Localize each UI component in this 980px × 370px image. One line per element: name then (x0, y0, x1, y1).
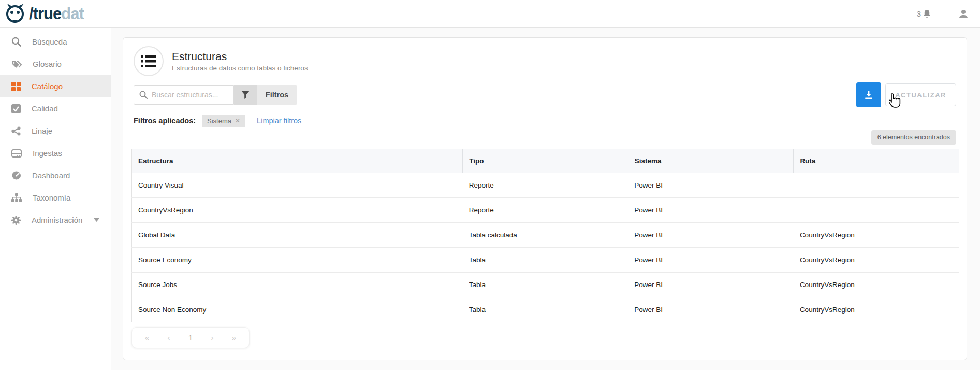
sidebar: Búsqueda Glosario Catálogo (0, 28, 111, 370)
filter-chip-sistema[interactable]: Sistema ✕ (202, 115, 245, 127)
table-cell-estructura: Source Non Economy (132, 297, 463, 322)
list-icon (134, 46, 164, 76)
sidebar-item-taxonomia[interactable]: Taxonomía (0, 187, 111, 209)
table-cell-sistema: Power BI (628, 248, 794, 273)
download-button[interactable] (856, 82, 881, 107)
column-header-sistema[interactable]: Sistema (628, 149, 794, 173)
update-button[interactable]: ACTUALIZAR (885, 83, 956, 106)
top-bar: /truedat 3 (0, 0, 980, 28)
main-area: Estructuras Estructuras de datos como ta… (111, 28, 980, 370)
sidebar-item-linaje[interactable]: Linaje (0, 120, 111, 142)
truedat-logo[interactable]: /truedat (5, 3, 84, 25)
sidebar-item-administracion[interactable]: Administración (0, 209, 111, 231)
close-icon[interactable]: ✕ (235, 117, 240, 124)
column-header-tipo[interactable]: Tipo (463, 149, 628, 173)
table-body: Country VisualReportePower BICountryVsRe… (132, 173, 959, 322)
search-icon (11, 37, 21, 47)
column-header-ruta[interactable]: Ruta (794, 149, 959, 173)
table-cell-tipo: Tabla (463, 273, 628, 297)
table-cell-estructura: Country Visual (132, 173, 463, 198)
pagination-current-page[interactable]: 1 (180, 333, 201, 342)
sidebar-item-label: Linaje (32, 126, 52, 135)
filters-button[interactable]: Filtros (257, 85, 297, 105)
sidebar-item-label: Taxonomía (33, 193, 70, 202)
brand-secondary: dat (61, 5, 84, 23)
filter-chip-label: Sistema (207, 117, 231, 125)
sidebar-item-label: Búsqueda (32, 37, 67, 46)
pagination-last-button[interactable]: » (223, 333, 245, 342)
topbar-right: 3 (917, 9, 969, 19)
results-count-badge: 6 elementos encontrados (871, 130, 956, 145)
sidebar-item-label: Dashboard (32, 171, 70, 180)
gauge-icon (11, 171, 21, 180)
table-row[interactable]: Source EconomyTablaPower BICountryVsRegi… (132, 248, 959, 273)
notification-count: 3 (917, 9, 921, 18)
share-icon (11, 126, 21, 136)
sidebar-item-label: Catálogo (32, 82, 63, 91)
sidebar-item-ingestas[interactable]: Ingestas (0, 142, 111, 164)
table-cell-tipo: Reporte (463, 198, 628, 223)
table-cell-estructura: Source Jobs (132, 273, 463, 297)
table-cell-tipo: Tabla (463, 297, 628, 322)
notifications-button[interactable]: 3 (917, 9, 931, 19)
gear-icon (11, 216, 21, 225)
title-texts: Estructuras Estructuras de datos como ta… (172, 50, 308, 72)
table-cell-sistema: Power BI (628, 223, 794, 248)
table-cell-tipo: Tabla calculada (463, 223, 628, 248)
sidebar-item-busqueda[interactable]: Búsqueda (0, 31, 111, 53)
tags-icon (11, 60, 22, 69)
pagination-prev-button[interactable]: ‹ (158, 333, 180, 342)
table-cell-tipo: Tabla (463, 248, 628, 273)
user-menu-button[interactable] (958, 9, 969, 19)
filter-funnel-icon[interactable] (234, 85, 257, 105)
applied-filters-label: Filtros aplicados: (134, 117, 196, 125)
table-cell-ruta: CountryVsRegion (794, 223, 959, 248)
brand-wordmark: /truedat (29, 6, 84, 22)
brand-slash: / (29, 5, 33, 23)
applied-filters-row: Filtros aplicados: Sistema ✕ Limpiar fil… (134, 113, 956, 128)
sidebar-item-catalogo[interactable]: Catálogo (0, 75, 111, 97)
table-cell-estructura: CountryVsRegion (132, 198, 463, 223)
estructuras-card: Estructuras Estructuras de datos como ta… (123, 37, 967, 360)
chevron-down-icon (94, 218, 99, 222)
sidebar-item-label: Administración (32, 216, 82, 224)
table-row[interactable]: Country VisualReportePower BI (132, 173, 959, 198)
column-header-estructura[interactable]: Estructura (132, 149, 463, 173)
search-icon (139, 91, 148, 99)
table-cell-sistema: Power BI (628, 198, 794, 223)
table-cell-tipo: Reporte (463, 173, 628, 198)
pagination: « ‹ 1 › » (131, 327, 250, 348)
search-input[interactable] (152, 91, 229, 99)
table-row[interactable]: CountryVsRegionReportePower BI (132, 198, 959, 223)
page-title: Estructuras (172, 50, 308, 63)
search-row: Filtros (134, 84, 956, 105)
clear-filters-link[interactable]: Limpiar filtros (257, 117, 301, 125)
table-cell-ruta (794, 173, 959, 198)
table-row[interactable]: Global DataTabla calculadaPower BICountr… (132, 223, 959, 248)
owl-icon (5, 3, 27, 25)
table-header: Estructura Tipo Sistema Ruta (132, 149, 959, 173)
pagination-first-button[interactable]: « (136, 333, 158, 342)
table-row[interactable]: Source JobsTablaPower BICountryVsRegion (132, 273, 959, 297)
sitemap-icon (11, 193, 22, 202)
sidebar-item-dashboard[interactable]: Dashboard (0, 164, 111, 187)
actions-group: ACTUALIZAR (856, 82, 956, 107)
brand-primary: true (33, 5, 62, 23)
bell-icon (923, 9, 931, 19)
grid-icon (11, 82, 21, 91)
table-cell-ruta: CountryVsRegion (794, 273, 959, 297)
structures-table: Estructura Tipo Sistema Ruta Country Vis… (131, 149, 959, 322)
sidebar-item-label: Glosario (33, 60, 62, 68)
table-cell-sistema: Power BI (628, 173, 794, 198)
sidebar-item-label: Ingestas (33, 149, 62, 158)
table-cell-sistema: Power BI (628, 297, 794, 322)
sidebar-item-glosario[interactable]: Glosario (0, 53, 111, 75)
download-icon (864, 90, 873, 99)
sidebar-item-calidad[interactable]: Calidad (0, 97, 111, 120)
table-row[interactable]: Source Non EconomyTablaPower BICountryVs… (132, 297, 959, 322)
sidebar-item-label: Calidad (32, 104, 58, 113)
pagination-next-button[interactable]: › (201, 333, 223, 342)
table-cell-sistema: Power BI (628, 273, 794, 297)
table-cell-ruta: CountryVsRegion (794, 248, 959, 273)
server-icon (11, 149, 22, 158)
